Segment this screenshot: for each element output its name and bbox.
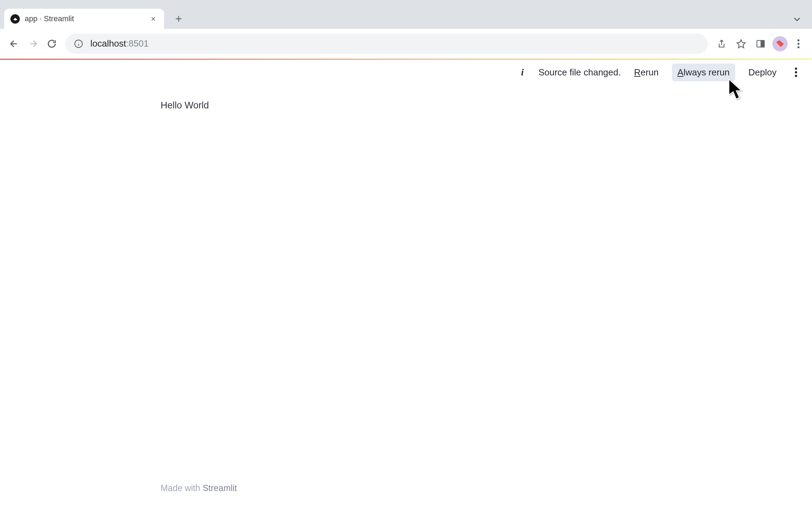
share-icon[interactable] xyxy=(713,35,730,52)
back-button[interactable] xyxy=(5,34,24,53)
app-footer: Made with Streamlit xyxy=(161,483,237,493)
tab-title: app · Streamlit xyxy=(25,14,149,23)
deploy-button[interactable]: Deploy xyxy=(743,64,782,81)
close-tab-button[interactable] xyxy=(149,14,158,23)
app-content: Hello World xyxy=(0,85,812,111)
forward-button[interactable] xyxy=(24,34,42,53)
svg-point-5 xyxy=(797,39,799,41)
url-port: :8501 xyxy=(126,38,149,49)
app-header: i Source file changed. Rerun Always reru… xyxy=(0,60,812,85)
browser-tab[interactable]: app · Streamlit xyxy=(4,9,164,29)
site-info-icon[interactable] xyxy=(74,39,83,49)
footer-prefix: Made with xyxy=(161,483,203,493)
profile-avatar[interactable] xyxy=(772,36,788,51)
side-panel-icon[interactable] xyxy=(752,35,769,52)
svg-point-10 xyxy=(795,75,797,77)
app-menu-button[interactable] xyxy=(790,66,802,79)
reload-button[interactable] xyxy=(42,34,61,53)
bookmark-icon[interactable] xyxy=(732,35,750,52)
browser-toolbar: localhost:8501 xyxy=(0,29,812,59)
svg-point-7 xyxy=(797,46,799,48)
svg-point-6 xyxy=(797,43,799,45)
svg-rect-4 xyxy=(761,40,764,47)
running-status-icon: i xyxy=(517,67,528,78)
streamlit-favicon xyxy=(10,14,20,24)
browser-tab-strip: app · Streamlit xyxy=(0,0,812,29)
rerun-button[interactable]: Rerun xyxy=(628,64,664,81)
status-text: Source file changed. xyxy=(538,67,621,78)
new-tab-button[interactable] xyxy=(170,10,187,27)
svg-point-9 xyxy=(795,71,797,73)
svg-point-8 xyxy=(795,67,797,70)
always-rerun-button[interactable]: Always rerun xyxy=(672,64,735,81)
main-text: Hello World xyxy=(161,100,812,111)
tablist-dropdown-button[interactable] xyxy=(793,15,802,25)
footer-brand[interactable]: Streamlit xyxy=(203,483,237,493)
url-host: localhost xyxy=(90,38,126,49)
browser-menu-button[interactable] xyxy=(790,35,807,52)
address-bar[interactable]: localhost:8501 xyxy=(65,34,708,54)
